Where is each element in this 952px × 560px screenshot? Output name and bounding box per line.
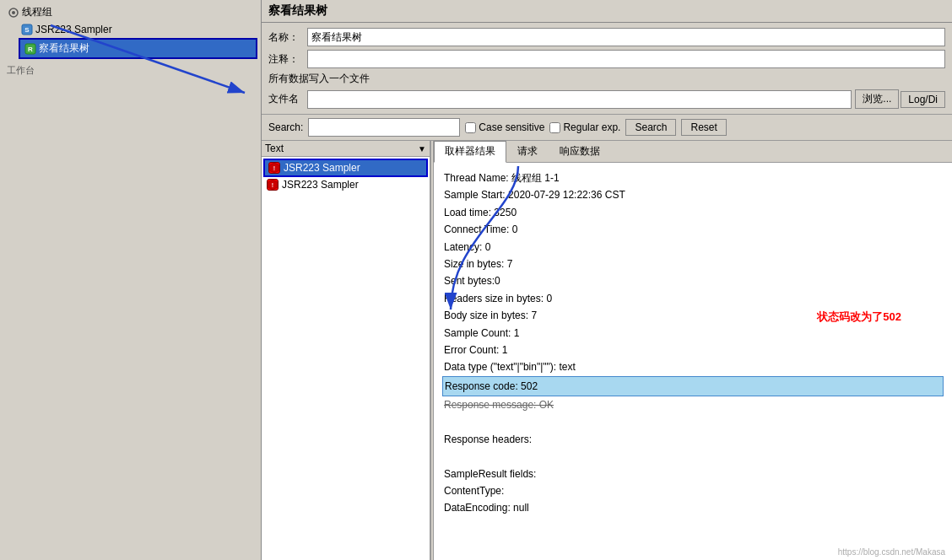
tab-request[interactable]: 请求 [506, 141, 549, 162]
results-tree-label: 察看结果树 [39, 41, 89, 56]
detail-line: Headers size in bytes: 0 [444, 290, 942, 307]
search-label: Search: [268, 121, 303, 133]
sampler-icon: S [20, 23, 34, 36]
regular-exp-checkbox-container: Regular exp. [549, 121, 620, 133]
detail-line: Size in bytes: 7 [444, 256, 942, 272]
name-row: 名称： [268, 28, 945, 46]
arrow-decoration [0, 0, 261, 560]
comment-row: 注释： [268, 50, 945, 68]
panel-title-bar: 察看结果树 [262, 0, 952, 23]
results-icon: R [24, 42, 37, 56]
thread-group-label: 线程组 [22, 5, 52, 19]
gear-icon [7, 6, 20, 19]
tree-panel-header: Text ▼ [262, 141, 430, 157]
tabs-bar: 取样器结果 请求 响应数据 [434, 141, 952, 163]
section-label: 所有数据写入一个文件 [268, 72, 945, 86]
result-item-2-label: JSR223 Sampler [282, 179, 359, 191]
detail-line: Data type ("text"|"bin"|""): text [444, 358, 942, 375]
list-item[interactable]: ! JSR223 Sampler [263, 177, 428, 192]
name-label: 名称： [268, 30, 302, 45]
response-code-line: Response code: 502 [442, 376, 944, 396]
file-row: 文件名 浏览... Log/Di [268, 89, 945, 109]
file-label: 文件名 [268, 92, 302, 106]
sample-result-fields-label: SampleResult fields: [444, 466, 942, 482]
tree-panel-arrow[interactable]: ▼ [418, 144, 426, 153]
detail-line: Error Count: 1 [444, 342, 942, 358]
detail-line: Connect Time: 0 [444, 221, 942, 238]
tree-node-thread-group: 线程组 S JSR223 Sampler [3, 3, 257, 59]
detail-line: Sample Count: 1 [444, 325, 942, 342]
browse-button[interactable]: 浏览... [855, 89, 899, 109]
comment-input[interactable] [307, 50, 945, 68]
watermark: https://blog.csdn.net/Makasa [838, 547, 945, 557]
sidebar-item-results-tree[interactable]: R 察看结果树 [19, 38, 257, 59]
sidebar-item-thread-group[interactable]: 线程组 [3, 3, 257, 21]
response-headers-label: Response headers: [444, 431, 942, 448]
detail-line: Latency: 0 [444, 239, 942, 256]
right-panel: 察看结果树 名称： 注释： 所有数据写入一个文件 文件名 浏览... Log/D… [262, 0, 952, 560]
sidebar: 线程组 S JSR223 Sampler [0, 0, 262, 560]
tab-response-data[interactable]: 响应数据 [549, 141, 611, 162]
tree-panel-title: Text [265, 143, 418, 154]
response-message-line: Response message: OK [444, 396, 942, 413]
result-item-1-label: JSR223 Sampler [284, 162, 360, 174]
sidebar-item-jsr223[interactable]: S JSR223 Sampler [19, 21, 257, 38]
tab-sampler-results[interactable]: 取样器结果 [434, 141, 506, 163]
error-badge-1: ! [268, 162, 280, 174]
content-type-line: ContentType: [444, 482, 942, 499]
search-button[interactable]: Search [625, 119, 676, 136]
workspace-label: 工作台 [3, 62, 257, 78]
panel-title: 察看结果树 [268, 3, 327, 19]
svg-text:!: ! [273, 165, 275, 171]
case-sensitive-checkbox-container: Case sensitive [465, 121, 544, 133]
detail-line: Sample Start: 2020-07-29 12:22:36 CST [444, 186, 942, 203]
detail-line: Thread Name: 线程组 1-1 [444, 170, 942, 186]
svg-text:S: S [24, 26, 30, 34]
search-bar: Search: Case sensitive Regular exp. Sear… [262, 115, 952, 141]
logdi-button[interactable]: Log/Di [901, 91, 945, 108]
form-area: 名称： 注释： 所有数据写入一个文件 文件名 浏览... Log/Di [262, 23, 952, 115]
error-badge-2: ! [267, 179, 279, 191]
detail-line [444, 413, 942, 430]
jsr223-label: JSR223 Sampler [35, 24, 112, 35]
regular-exp-checkbox[interactable] [549, 122, 560, 133]
case-sensitive-checkbox[interactable] [465, 122, 476, 133]
name-input[interactable] [307, 28, 945, 46]
regular-exp-label: Regular exp. [563, 121, 620, 133]
annotation-text: 状态码改为了502 [817, 310, 901, 325]
svg-text:R: R [28, 46, 33, 53]
reset-button[interactable]: Reset [681, 119, 726, 136]
result-tree: ! JSR223 Sampler ! [262, 157, 430, 560]
data-encoding-line: DataEncoding: null [444, 499, 942, 516]
file-input[interactable] [307, 90, 852, 109]
detail-content: Thread Name: 线程组 1-1 Sample Start: 2020-… [434, 163, 952, 560]
result-tree-panel: Text ▼ ! JSR223 Sampler [262, 141, 430, 560]
svg-point-1 [12, 11, 15, 14]
svg-text:!: ! [272, 182, 273, 188]
detail-line: Sent bytes:0 [444, 272, 942, 289]
content-area: Text ▼ ! JSR223 Sampler [262, 141, 952, 560]
detail-line [444, 448, 942, 465]
case-sensitive-label: Case sensitive [479, 121, 544, 133]
search-input[interactable] [308, 118, 460, 137]
comment-label: 注释： [268, 52, 302, 67]
list-item[interactable]: ! JSR223 Sampler [263, 159, 428, 177]
thread-group-children: S JSR223 Sampler R 察看结果树 [3, 21, 257, 59]
detail-panel: 取样器结果 请求 响应数据 Thread Name: 线程组 1-1 Sampl… [434, 141, 952, 560]
detail-line: Load time: 3250 [444, 204, 942, 221]
